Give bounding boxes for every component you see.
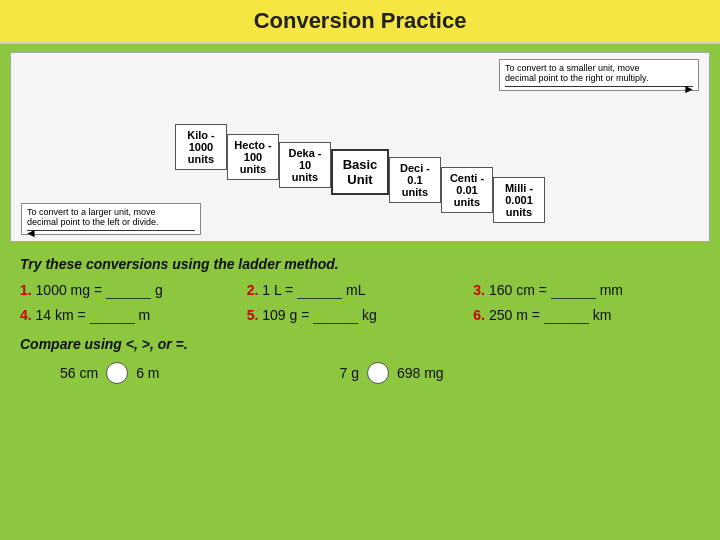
compare-item-1: 56 cm 6 m xyxy=(60,362,159,384)
centi-box: Centi - 0.01 units xyxy=(441,167,493,213)
milli-box: Milli - 0.001 units xyxy=(493,177,545,223)
title-bar: Conversion Practice xyxy=(0,0,720,44)
try-conversions-label: Try these conversions using the ladder m… xyxy=(20,256,700,272)
conv-3: 3. 160 cm = mm xyxy=(473,282,700,299)
page-title: Conversion Practice xyxy=(254,8,467,33)
conversions-grid: 1. 1000 mg = g 2. 1 L = mL 3. 160 cm = m… xyxy=(20,282,700,324)
kilo-box: Kilo - 1000 units xyxy=(175,124,227,170)
compare-left-1: 56 cm xyxy=(60,365,98,381)
hecto-box: Hecto - 100 units xyxy=(227,134,279,180)
deka-box: Deka - 10 units xyxy=(279,142,331,188)
conv-6: 6. 250 m = km xyxy=(473,307,700,324)
conv-5: 5. 109 g = kg xyxy=(247,307,474,324)
compare-section: Compare using <, >, or =. 56 cm 6 m 7 g … xyxy=(20,336,700,384)
conv-4: 4. 14 km = m xyxy=(20,307,247,324)
deci-box: Deci - 0.1 units xyxy=(389,157,441,203)
compare-left-2: 7 g xyxy=(339,365,358,381)
basic-unit-box: Basic Unit xyxy=(331,149,389,195)
diagram-area: To convert to a smaller unit, move decim… xyxy=(10,52,710,242)
compare-right-1: 6 m xyxy=(136,365,159,381)
compare-row: 56 cm 6 m 7 g 698 mg xyxy=(20,362,700,384)
compare-title: Compare using <, >, or =. xyxy=(20,336,700,352)
compare-circle-1[interactable] xyxy=(106,362,128,384)
conv-2: 2. 1 L = mL xyxy=(247,282,474,299)
compare-item-2: 7 g 698 mg xyxy=(339,362,443,384)
conv-1: 1. 1000 mg = g xyxy=(20,282,247,299)
compare-circle-2[interactable] xyxy=(367,362,389,384)
compare-right-2: 698 mg xyxy=(397,365,444,381)
